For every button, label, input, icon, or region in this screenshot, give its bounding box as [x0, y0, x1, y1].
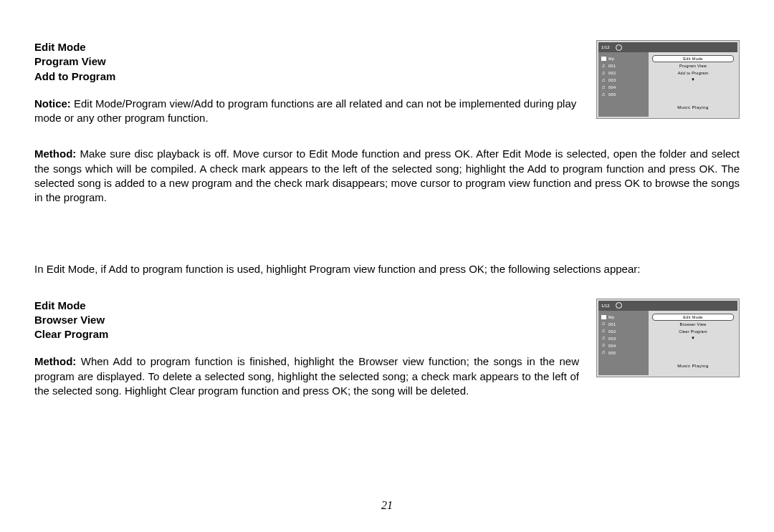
- method-text-1: Make sure disc playback is off. Move cur…: [34, 147, 740, 203]
- heading-clear-program: Clear Program: [34, 327, 579, 342]
- figure1-status: Music Playing: [677, 105, 709, 114]
- heading-edit-mode: Edit Mode: [34, 40, 579, 54]
- music-icon: [601, 350, 606, 355]
- menu-edit-mode-2: Edit Mode: [652, 314, 734, 321]
- folder-icon: [601, 315, 606, 319]
- track-label: 005: [608, 351, 616, 355]
- heading-add-to-program: Add to Program: [34, 69, 579, 84]
- figure2-status: Music Playing: [677, 364, 709, 372]
- track-label: 004: [608, 85, 616, 90]
- figure1-topbar: 1/12: [598, 42, 737, 52]
- track-label: 001: [608, 64, 616, 68]
- music-icon: [601, 336, 606, 341]
- chevron-down-icon: ▼: [691, 335, 695, 341]
- section-2: Edit Mode Browser View Clear Program Met…: [34, 299, 740, 399]
- method-paragraph-2: Method: When Add to program function is …: [34, 354, 579, 398]
- method-label-1: Method:: [34, 147, 76, 160]
- mid-paragraph: In Edit Mode, if Add to program function…: [34, 262, 740, 276]
- figure2-counter: 1/12: [601, 304, 610, 308]
- menu-edit-mode: Edit Mode: [652, 55, 734, 62]
- figure2-track-list: Mp 001 002 003 004 005: [598, 311, 649, 375]
- method-label-2: Method:: [34, 355, 76, 367]
- method-text-2: When Add to program function is finished…: [34, 355, 579, 397]
- menu-add-to-program: Add to Program: [653, 69, 733, 77]
- figure2-menu: Edit Mode Browser View Clear Program ▼ M…: [649, 311, 737, 375]
- figure2-topbar: 1/12: [598, 301, 737, 311]
- track-label: 003: [608, 78, 616, 82]
- menu-browser-view: Browser View: [653, 321, 733, 328]
- heading-program-view: Program View: [34, 54, 579, 69]
- music-icon: [601, 71, 606, 76]
- page-number: 21: [0, 499, 774, 512]
- track-label: 002: [608, 71, 616, 75]
- folder-icon: [601, 57, 606, 61]
- section-2-text: Edit Mode Browser View Clear Program Met…: [34, 299, 579, 399]
- notice-text: Edit Mode/Program view/Add to program fu…: [34, 97, 576, 124]
- music-icon: [601, 329, 606, 334]
- ui-figure-1: 1/12 Mp 001 002 003 004 005 Edit Mode Pr…: [596, 40, 740, 119]
- disc-icon: [616, 302, 622, 309]
- notice-paragraph: Notice: Edit Mode/Program view/Add to pr…: [34, 97, 579, 126]
- ui-figure-2: 1/12 Mp 001 002 003 004 005 Edit Mode Br…: [596, 299, 740, 377]
- heading-edit-mode-2: Edit Mode: [34, 299, 579, 313]
- figure1-track-list: Mp 001 002 003 004 005: [598, 52, 649, 117]
- music-icon: [601, 85, 606, 90]
- menu-clear-program: Clear Program: [653, 328, 733, 335]
- notice-label: Notice:: [34, 97, 71, 110]
- music-icon: [601, 64, 606, 69]
- figure1-counter: 1/12: [601, 45, 610, 49]
- menu-program-view: Program View: [653, 62, 733, 69]
- track-label: 005: [608, 92, 616, 97]
- track-label: 004: [608, 344, 616, 348]
- music-icon: [601, 321, 606, 327]
- manual-page: Edit Mode Program View Add to Program No…: [0, 0, 774, 420]
- section-1: Edit Mode Program View Add to Program No…: [34, 40, 740, 125]
- music-icon: [601, 343, 606, 348]
- music-icon: [601, 78, 606, 83]
- music-icon: [601, 92, 606, 97]
- heading-block-1: Edit Mode Program View Add to Program: [34, 40, 579, 84]
- track-label: 002: [608, 329, 616, 334]
- track-label: 001: [608, 322, 616, 327]
- folder-label: Mp: [608, 315, 615, 319]
- method-paragraph-1: Method: Make sure disc playback is off. …: [34, 147, 740, 205]
- section-1-text: Edit Mode Program View Add to Program No…: [34, 40, 579, 125]
- heading-block-2: Edit Mode Browser View Clear Program: [34, 299, 579, 342]
- chevron-down-icon: ▼: [691, 77, 695, 82]
- track-label: 003: [608, 337, 616, 341]
- folder-label: Mp: [608, 57, 615, 61]
- heading-browser-view: Browser View: [34, 313, 579, 327]
- figure1-menu: Edit Mode Program View Add to Program ▼ …: [649, 52, 737, 117]
- disc-icon: [616, 44, 622, 51]
